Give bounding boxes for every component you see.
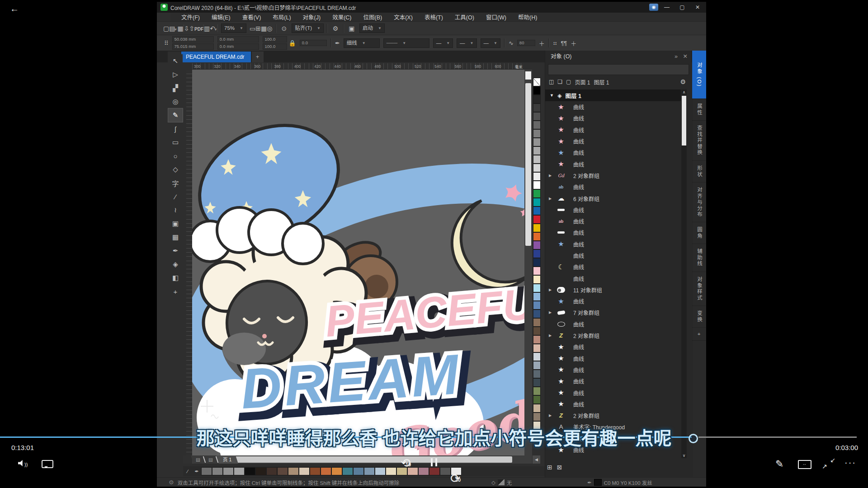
color-swatch[interactable] (321, 467, 331, 475)
color-swatch[interactable] (533, 352, 541, 361)
page-tab-icon1[interactable]: ▤ (191, 455, 205, 464)
offset-y-field[interactable] (217, 43, 259, 50)
new-layer-icon[interactable]: ⊞ (547, 464, 552, 471)
docker-tab-add-docker[interactable]: + (692, 328, 706, 341)
no-color-icon[interactable]: ∕ (183, 467, 192, 475)
layers-view-icon[interactable]: ❏ (557, 79, 562, 85)
page-view-icon[interactable]: ▢ (566, 79, 571, 85)
snap-state-icon[interactable]: ◎ (267, 25, 272, 32)
color-swatch[interactable] (288, 467, 299, 475)
tool-pick[interactable]: ↖ (168, 54, 183, 68)
color-swatch[interactable] (533, 164, 541, 172)
object-row[interactable]: ★曲线 (545, 341, 681, 352)
canvas-horizontal-scrollbar[interactable]: ◀ (192, 455, 532, 464)
object-row[interactable]: ★曲线 (545, 136, 681, 147)
show-objects-icon[interactable]: ◫ (549, 79, 554, 85)
color-swatch[interactable] (533, 224, 541, 232)
color-swatch[interactable] (533, 318, 541, 327)
color-swatch[interactable] (364, 467, 375, 475)
menu-edit[interactable]: 编辑(E) (212, 13, 231, 21)
color-swatch[interactable] (375, 467, 386, 475)
volume-button[interactable]: )) (18, 460, 28, 468)
object-group-row[interactable]: ▶Z2 对象群组 (545, 330, 681, 341)
show-grid-icon[interactable]: ▦ (261, 25, 267, 32)
color-swatch[interactable] (234, 467, 245, 475)
docker-collapse-icon[interactable]: » (675, 51, 678, 62)
tool-more-tools[interactable]: + (168, 285, 183, 298)
exit-fullscreen-button[interactable]: ↙ ↗ (822, 456, 835, 470)
offset-x-field[interactable] (217, 36, 259, 42)
object-row[interactable]: ☾曲线 (545, 261, 681, 272)
color-swatch[interactable] (533, 189, 541, 198)
docker-tab-guidelines[interactable]: 辅助线 (692, 244, 706, 272)
tool-interactive-fill[interactable]: ◈ (168, 258, 183, 271)
danmaku-button[interactable]: ▫▫ (798, 460, 811, 469)
docker-tab-object-styles[interactable]: 对象样式 (692, 272, 706, 306)
new-tab-button[interactable]: + (252, 52, 264, 62)
snap-to-select[interactable]: 贴齐(T)▼ (292, 23, 324, 33)
color-swatch[interactable] (533, 241, 541, 249)
docker-tab-transform[interactable]: 变换 (692, 306, 706, 328)
close-button[interactable]: ✕ (691, 3, 704, 12)
object-group-row[interactable]: ▶Z2 对象群组 (545, 410, 681, 421)
drawing-canvas[interactable]: PEACEFUL PEACEFUL DREAM DREAM Good N Goo… (192, 70, 524, 456)
menu-layout[interactable]: 布局(L) (273, 13, 291, 21)
docker-tab-objects[interactable]: 对象 (O) (692, 51, 706, 99)
color-swatch[interactable] (533, 206, 541, 215)
origin-grid-icon[interactable]: ⠿ (164, 40, 169, 47)
launch-icon[interactable]: ▣ (347, 25, 356, 32)
show-rulers-icon[interactable]: ⊞ (255, 25, 261, 32)
color-swatch[interactable] (533, 95, 541, 103)
color-swatch[interactable] (533, 155, 541, 164)
object-row[interactable]: ★曲线 (545, 239, 681, 250)
add-preset-icon[interactable]: ＋ (571, 39, 576, 47)
color-swatch[interactable] (533, 198, 541, 206)
object-row[interactable]: ab曲线 (545, 181, 681, 192)
docker-options-gear-icon[interactable]: ⚙ (680, 78, 686, 85)
subtitle-toggle-button[interactable] (42, 460, 53, 468)
color-swatch[interactable] (418, 467, 429, 475)
layer-root-row[interactable]: ▼ ◈ 图层 1 (545, 89, 681, 101)
color-swatch[interactable] (533, 249, 541, 258)
text-flow-icon[interactable]: ¶¶ (561, 40, 567, 47)
color-swatch[interactable] (299, 467, 310, 475)
save-icon[interactable]: ▦ (177, 25, 183, 32)
color-swatch[interactable] (310, 467, 321, 475)
docker-tab-shaping[interactable]: 形状 (692, 161, 706, 183)
end-arrow-select[interactable]: —▼ (481, 38, 500, 48)
color-swatch[interactable] (331, 467, 342, 475)
color-swatch[interactable] (533, 378, 541, 387)
object-row[interactable]: ★曲线 (545, 101, 681, 113)
tool-text[interactable]: 字 (168, 176, 183, 190)
scroll-down-icon[interactable]: ∨ (681, 453, 687, 458)
menu-file[interactable]: 文件(F) (181, 13, 200, 21)
scroll-up-icon[interactable]: ∧ (681, 90, 687, 94)
tool-crop[interactable]: ▞ (168, 81, 183, 95)
tool-smart-fill[interactable]: ◧ (168, 271, 183, 285)
color-swatch[interactable] (533, 103, 541, 112)
tool-polygon[interactable]: ◇ (168, 163, 183, 176)
color-swatch[interactable] (212, 467, 223, 475)
object-row[interactable]: ★曲线 (545, 147, 681, 158)
tool-transparency[interactable]: ▦ (168, 230, 183, 244)
color-swatch[interactable] (533, 327, 541, 335)
color-swatch[interactable] (353, 467, 364, 475)
page-tab-icon2[interactable]: ▤ (203, 455, 218, 464)
delete-object-icon[interactable]: ⊠ (557, 464, 562, 471)
tool-drop-shadow[interactable]: ▣ (168, 217, 183, 230)
color-swatch[interactable] (533, 181, 541, 189)
object-row[interactable]: ★曲线 (545, 124, 681, 136)
lock-ratio-icon[interactable]: 🔒 (289, 40, 296, 47)
color-swatch[interactable] (342, 467, 353, 475)
page-tab-1[interactable]: 页 1 (216, 455, 238, 464)
paste-icon[interactable]: ▥ (204, 25, 210, 32)
horizontal-ruler[interactable]: 3003203403603804004204404604805005205405… (192, 63, 524, 70)
object-row[interactable]: ★曲线 (545, 364, 681, 375)
object-row[interactable]: ★曲线 (545, 387, 681, 398)
layer-label[interactable]: 图层 1 (594, 78, 609, 86)
expand-caret-icon[interactable]: ▶ (549, 333, 555, 338)
vertical-ruler[interactable] (186, 70, 193, 456)
color-swatch[interactable] (533, 335, 541, 344)
page-label[interactable]: 页面 1 (575, 78, 590, 86)
scale-x-field[interactable] (263, 36, 287, 42)
